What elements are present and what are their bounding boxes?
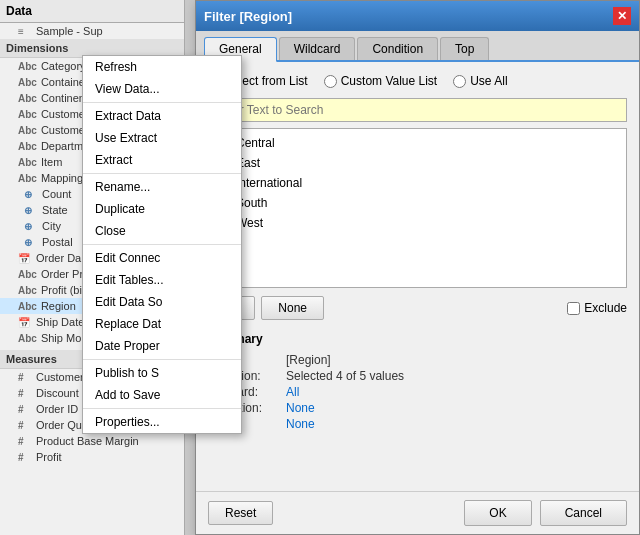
menu-duplicate[interactable]: Duplicate — [83, 198, 241, 220]
none-button[interactable]: None — [261, 296, 324, 320]
meas-profit[interactable]: #Profit — [0, 449, 184, 465]
menu-view-data[interactable]: View Data... — [83, 78, 241, 100]
menu-edit-datasource[interactable]: Edit Data So — [83, 291, 241, 313]
summary-selection-value: Selected 4 of 5 values — [286, 369, 404, 383]
search-input[interactable] — [208, 98, 627, 122]
data-pane-header: Data — [0, 0, 184, 23]
menu-refresh[interactable]: Refresh — [83, 56, 241, 78]
dialog-body: Select from List Custom Value List Use A… — [196, 62, 639, 444]
cancel-button[interactable]: Cancel — [540, 500, 627, 526]
menu-extract-data[interactable]: Extract Data — [83, 105, 241, 127]
menu-use-extract[interactable]: Use Extract — [83, 127, 241, 149]
summary-wildcard-value[interactable]: All — [286, 385, 299, 399]
menu-close[interactable]: Close — [83, 220, 241, 242]
list-button-row: All None Exclude — [208, 296, 627, 320]
summary-wildcard-row: Wildcard: All — [208, 384, 627, 400]
reset-button[interactable]: Reset — [208, 501, 273, 525]
exclude-checkbox[interactable] — [567, 302, 580, 315]
list-item-south[interactable]: South — [213, 193, 622, 213]
separator-4 — [83, 359, 241, 360]
summary-field-row: Field: [Region] — [208, 352, 627, 368]
menu-date-props[interactable]: Date Proper — [83, 335, 241, 357]
meas-productmargin[interactable]: #Product Base Margin — [0, 433, 184, 449]
menu-rename[interactable]: Rename... — [83, 176, 241, 198]
menu-edit-tables[interactable]: Edit Tables... — [83, 269, 241, 291]
radio-use-all[interactable]: Use All — [453, 74, 507, 88]
list-item-international[interactable]: International — [213, 173, 622, 193]
exclude-option[interactable]: Exclude — [567, 301, 627, 315]
separator-3 — [83, 244, 241, 245]
dialog-tabs: General Wildcard Condition Top — [196, 31, 639, 62]
datasource-icon: ≡ — [18, 26, 32, 37]
summary-condition-value[interactable]: None — [286, 401, 315, 415]
summary-selection-row: Selection: Selected 4 of 5 values — [208, 368, 627, 384]
datasource-item[interactable]: ≡ Sample - Sup — [0, 23, 184, 39]
filter-dialog: Filter [Region] ✕ General Wildcard Condi… — [195, 0, 640, 535]
summary-title: Summary — [208, 332, 627, 346]
tab-wildcard[interactable]: Wildcard — [279, 37, 356, 60]
summary-field-value: [Region] — [286, 353, 331, 367]
menu-add-save[interactable]: Add to Save — [83, 384, 241, 406]
summary-condition-row: Condition: None — [208, 400, 627, 416]
menu-replace-data[interactable]: Replace Dat — [83, 313, 241, 335]
radio-custom-value-list[interactable]: Custom Value List — [324, 74, 438, 88]
footer-right-buttons: OK Cancel — [464, 500, 627, 526]
separator-1 — [83, 102, 241, 103]
summary-limit-value[interactable]: None — [286, 417, 315, 431]
filter-list[interactable]: Central East International South West — [208, 128, 627, 288]
datasource-label: Sample - Sup — [36, 25, 103, 37]
menu-publish[interactable]: Publish to S — [83, 362, 241, 384]
context-menu: Refresh View Data... Extract Data Use Ex… — [82, 55, 242, 434]
separator-5 — [83, 408, 241, 409]
tab-top[interactable]: Top — [440, 37, 489, 60]
list-item-east[interactable]: East — [213, 153, 622, 173]
dialog-footer: Reset OK Cancel — [196, 491, 639, 534]
ok-button[interactable]: OK — [464, 500, 531, 526]
menu-edit-connect[interactable]: Edit Connec — [83, 247, 241, 269]
dialog-titlebar: Filter [Region] ✕ — [196, 1, 639, 31]
list-item-west[interactable]: West — [213, 213, 622, 233]
menu-properties[interactable]: Properties... — [83, 411, 241, 433]
summary-section: Summary Field: [Region] Selection: Selec… — [208, 332, 627, 432]
list-item-central[interactable]: Central — [213, 133, 622, 153]
radio-group: Select from List Custom Value List Use A… — [208, 74, 627, 88]
tab-condition[interactable]: Condition — [357, 37, 438, 60]
summary-limit-row: Limit: None — [208, 416, 627, 432]
separator-2 — [83, 173, 241, 174]
dialog-close-button[interactable]: ✕ — [613, 7, 631, 25]
dialog-title: Filter [Region] — [204, 9, 292, 24]
menu-extract[interactable]: Extract — [83, 149, 241, 171]
